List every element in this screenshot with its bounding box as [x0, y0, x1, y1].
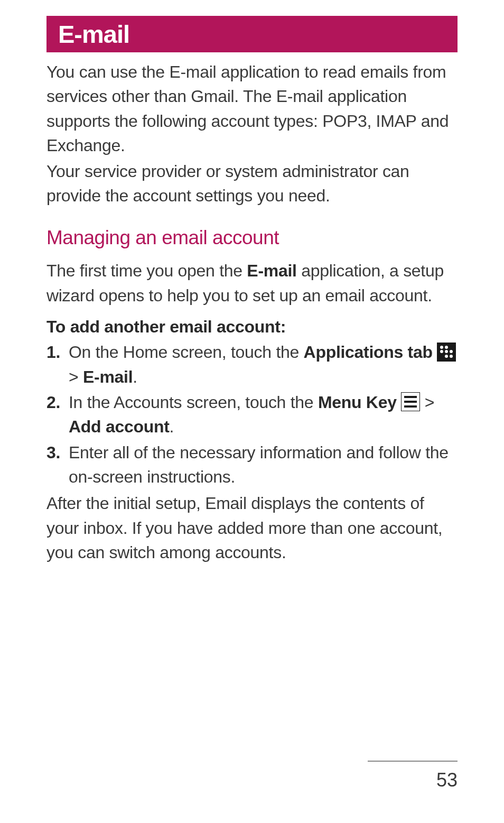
- step-number: 1.: [46, 340, 60, 364]
- step-3: 3. Enter all of the necessary informatio…: [46, 440, 458, 489]
- applications-tab-icon: [437, 343, 456, 362]
- text-fragment: .: [133, 367, 137, 386]
- text-fragment: On the Home screen, touch the: [69, 343, 304, 362]
- manual-page: E-mail You can use the E-mail applicatio…: [0, 0, 504, 823]
- text-fragment: .: [169, 417, 174, 436]
- steps-list: 1. On the Home screen, touch the Applica…: [46, 340, 458, 489]
- bold-text: Menu Key: [318, 393, 397, 412]
- text-fragment: In the Accounts screen, touch the: [69, 393, 318, 412]
- text-fragment: Enter all of the necessary information a…: [69, 443, 449, 486]
- sub-heading: To add another email account:: [46, 317, 458, 337]
- bold-text: Add account: [69, 417, 169, 436]
- step-2: 2. In the Accounts screen, touch the Men…: [46, 390, 458, 439]
- section-heading: Managing an email account: [46, 227, 458, 249]
- intro-paragraph-2: Your service provider or system administ…: [46, 159, 458, 208]
- separator-text: >: [69, 367, 83, 386]
- bold-text: Applications tab: [304, 343, 433, 362]
- menu-key-icon: [401, 392, 420, 411]
- text-fragment: The first time you open the: [46, 261, 247, 280]
- dots-grid-icon: [440, 346, 453, 358]
- bold-text: E-mail: [83, 367, 133, 386]
- page-title: E-mail: [58, 20, 446, 49]
- bold-text: E-mail: [247, 261, 296, 280]
- section-header-bar: E-mail: [46, 16, 458, 52]
- separator-text: >: [425, 393, 434, 412]
- outro-paragraph: After the initial setup, Email displays …: [46, 491, 458, 565]
- step-number: 3.: [46, 440, 60, 465]
- step-number: 2.: [46, 390, 60, 414]
- step-1: 1. On the Home screen, touch the Applica…: [46, 340, 458, 389]
- footer-divider: [368, 761, 458, 762]
- intro-paragraph-1: You can use the E-mail application to re…: [46, 60, 458, 158]
- section-intro: The first time you open the E-mail appli…: [46, 258, 458, 308]
- page-number: 53: [436, 769, 458, 791]
- page-footer: 53: [368, 761, 458, 791]
